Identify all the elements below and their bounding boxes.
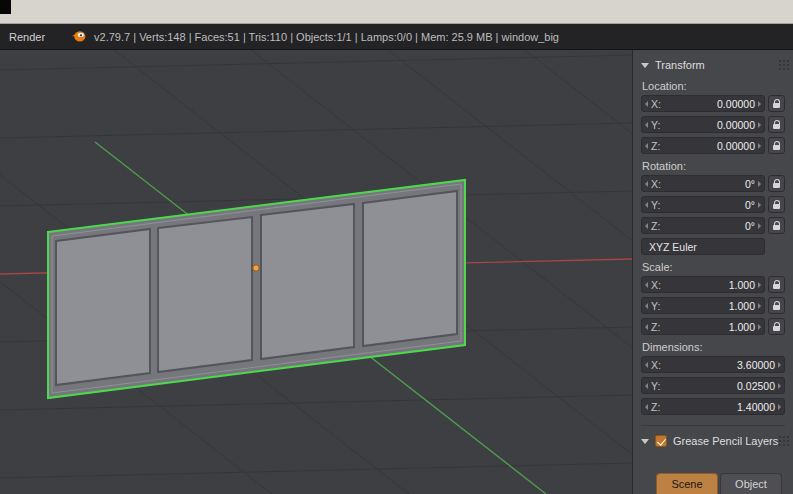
axis-label: Z:: [651, 140, 660, 152]
scale-z-lock-button[interactable]: [768, 318, 785, 335]
axis-label: X:: [651, 279, 661, 291]
panel-drag-dots-icon[interactable]: [779, 436, 781, 438]
rotation-x-field[interactable]: X: 0°: [641, 175, 765, 192]
rotation-mode-dropdown[interactable]: XYZ Euler: [641, 238, 765, 255]
rotation-x-lock-button[interactable]: [768, 175, 785, 192]
axis-label: Z:: [651, 220, 660, 232]
tab-scene[interactable]: Scene: [656, 473, 718, 494]
transform-panel-header[interactable]: Transform: [641, 56, 785, 74]
increment-arrow-icon[interactable]: [778, 362, 781, 368]
blender-logo-icon: [71, 30, 86, 43]
dimensions-z-field[interactable]: Z: 1.40000: [641, 398, 785, 415]
unlock-icon: [773, 326, 780, 331]
location-z-field[interactable]: Z: 0.00000: [641, 137, 765, 154]
location-x-lock-button[interactable]: [768, 95, 785, 112]
increment-arrow-icon[interactable]: [778, 383, 781, 389]
increment-arrow-icon[interactable]: [758, 324, 761, 330]
scale-y-lock-button[interactable]: [768, 297, 785, 314]
decrement-arrow-icon[interactable]: [645, 223, 648, 229]
collapse-arrow-icon[interactable]: [641, 63, 649, 68]
scale-x-field[interactable]: X: 1.000: [641, 276, 765, 293]
field-value: 1.40000: [737, 401, 775, 413]
dimensions-label: Dimensions:: [642, 341, 785, 353]
axis-label: Z:: [651, 321, 660, 333]
gp-source-tabs: Scene Object: [656, 473, 782, 494]
increment-arrow-icon[interactable]: [758, 122, 761, 128]
window-pane-3[interactable]: [261, 204, 354, 359]
3d-viewport[interactable]: [0, 50, 632, 494]
rotation-z-field[interactable]: Z: 0°: [641, 217, 765, 234]
rotation-y-row: Y: 0°: [641, 196, 785, 213]
window-pane-4[interactable]: [363, 191, 457, 346]
field-value: 1.000: [729, 279, 755, 291]
scale-z-field[interactable]: Z: 1.000: [641, 318, 765, 335]
field-value: 0°: [745, 178, 755, 190]
unlock-icon: [773, 124, 780, 129]
axis-label: X:: [651, 359, 661, 371]
decrement-arrow-icon[interactable]: [645, 122, 648, 128]
rotation-z-lock-button[interactable]: [768, 217, 785, 234]
os-corner-box: [0, 0, 11, 14]
increment-arrow-icon[interactable]: [758, 143, 761, 149]
rotation-mode-row: XYZ Euler: [641, 238, 785, 255]
object-origin-point: [253, 265, 259, 271]
location-z-lock-button[interactable]: [768, 137, 785, 154]
rotation-x-row: X: 0°: [641, 175, 785, 192]
decrement-arrow-icon[interactable]: [645, 101, 648, 107]
window-pane-2[interactable]: [158, 217, 252, 372]
axis-label: Y:: [651, 380, 660, 392]
dimensions-y-field[interactable]: Y: 0.02500: [641, 377, 785, 394]
decrement-arrow-icon[interactable]: [645, 202, 648, 208]
rotation-y-field[interactable]: Y: 0°: [641, 196, 765, 213]
location-x-field[interactable]: X: 0.00000: [641, 95, 765, 112]
increment-arrow-icon[interactable]: [758, 282, 761, 288]
scale-y-row: Y: 1.000: [641, 297, 785, 314]
decrement-arrow-icon[interactable]: [645, 324, 648, 330]
increment-arrow-icon[interactable]: [758, 223, 761, 229]
dimensions-x-field[interactable]: X: 3.60000: [641, 356, 785, 373]
viewport-canvas[interactable]: [0, 50, 632, 494]
scale-y-field[interactable]: Y: 1.000: [641, 297, 765, 314]
increment-arrow-icon[interactable]: [758, 202, 761, 208]
increment-arrow-icon[interactable]: [758, 181, 761, 187]
axis-label: Y:: [651, 199, 660, 211]
decrement-arrow-icon[interactable]: [645, 404, 648, 410]
decrement-arrow-icon[interactable]: [645, 383, 648, 389]
field-value: 0.00000: [717, 98, 755, 110]
location-y-field[interactable]: Y: 0.00000: [641, 116, 765, 133]
panel-drag-dots-icon[interactable]: [779, 60, 781, 62]
render-menu[interactable]: Render: [0, 31, 55, 43]
decrement-arrow-icon[interactable]: [645, 362, 648, 368]
decrement-arrow-icon[interactable]: [645, 282, 648, 288]
location-label: Location:: [642, 80, 785, 92]
location-y-lock-button[interactable]: [768, 116, 785, 133]
window-pane-1[interactable]: [56, 229, 150, 385]
unlock-icon: [773, 103, 780, 108]
field-value: 0°: [745, 199, 755, 211]
grease-pencil-checkbox[interactable]: [655, 435, 667, 447]
field-value: 1.000: [729, 321, 755, 333]
tab-object[interactable]: Object: [720, 473, 782, 494]
increment-arrow-icon[interactable]: [778, 404, 781, 410]
grease-pencil-panel: Grease Pencil Layers: [641, 425, 785, 450]
grease-pencil-panel-header[interactable]: Grease Pencil Layers: [641, 432, 785, 450]
collapse-arrow-icon[interactable]: [641, 439, 649, 444]
axis-label: Y:: [651, 119, 660, 131]
field-value: 0.00000: [717, 140, 755, 152]
scale-label: Scale:: [642, 261, 785, 273]
rotation-y-lock-button[interactable]: [768, 196, 785, 213]
field-value: 1.000: [729, 300, 755, 312]
dimensions-x-row: X: 3.60000: [641, 356, 785, 373]
rotation-mode-value: XYZ Euler: [649, 241, 697, 253]
os-titlebar: [0, 0, 793, 24]
location-x-row: X: 0.00000: [641, 95, 785, 112]
field-value: 0.02500: [737, 380, 775, 392]
increment-arrow-icon[interactable]: [758, 303, 761, 309]
location-y-row: Y: 0.00000: [641, 116, 785, 133]
unlock-icon: [773, 305, 780, 310]
increment-arrow-icon[interactable]: [758, 101, 761, 107]
decrement-arrow-icon[interactable]: [645, 143, 648, 149]
decrement-arrow-icon[interactable]: [645, 303, 648, 309]
scale-x-lock-button[interactable]: [768, 276, 785, 293]
decrement-arrow-icon[interactable]: [645, 181, 648, 187]
